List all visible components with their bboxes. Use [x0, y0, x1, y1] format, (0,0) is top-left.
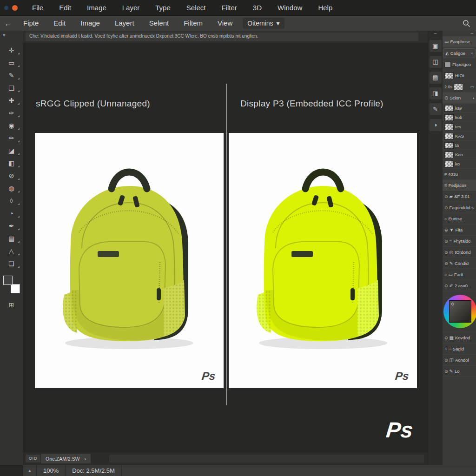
quick-select-tool[interactable]: ❑ — [0, 82, 23, 94]
menu-edit[interactable]: Edit — [51, 4, 79, 12]
menu-window[interactable]: Window — [270, 4, 310, 12]
background-color-swatch[interactable] — [11, 284, 20, 293]
panel-row[interactable]: ⊙◎tOrdond — [443, 247, 476, 258]
panel-row[interactable]: ⊙≡Fhyraldo — [443, 236, 476, 247]
visibility-toggle-icon[interactable]: ⊖ — [444, 261, 448, 266]
oid-chip[interactable]: OID — [26, 455, 40, 463]
panel-row[interactable]: ⊙◫Aondol — [443, 355, 476, 366]
lasso-tool[interactable]: ✎ — [0, 69, 23, 82]
visibility-toggle-icon[interactable]: ⊖ — [444, 228, 448, 232]
panel-row[interactable]: kav — [443, 104, 476, 113]
gradient-tool[interactable]: ◍ — [0, 182, 23, 195]
photo-srgb[interactable]: Ps — [35, 133, 224, 388]
adjustments-panel-icon[interactable]: ◨ — [430, 87, 442, 99]
visibility-toggle-icon[interactable]: ⊙ — [444, 250, 448, 255]
layer-thumbnail[interactable] — [444, 73, 454, 79]
healing-tool[interactable]: ◉ — [0, 119, 23, 132]
panel-row[interactable]: ta — [443, 141, 476, 150]
visibility-toggle-icon[interactable]: ⊙ — [444, 194, 448, 199]
menu-select[interactable]: Select — [178, 4, 214, 12]
panel-row[interactable]: ◭Caligoe+ — [443, 48, 476, 58]
panel-row[interactable]: ⊙Sclon▪ — [443, 93, 476, 104]
panel-row[interactable]: ◔∷Sagid — [443, 344, 476, 355]
options-dropdown[interactable]: Oitemins ▾ — [243, 18, 284, 29]
layer-thumbnail[interactable] — [444, 142, 454, 149]
visibility-toggle-icon[interactable]: ○ — [444, 217, 447, 221]
collapse-panel-icon[interactable]: – — [443, 31, 476, 36]
visibility-toggle-icon[interactable]: ⊖ — [444, 284, 448, 288]
pen-tool[interactable]: ✒ — [0, 220, 23, 232]
layers-panel-icon[interactable]: ▣ — [430, 40, 442, 52]
panel-row[interactable]: ⊖▦Kovdod — [443, 332, 476, 344]
menu-3d[interactable]: 3D — [245, 4, 270, 12]
visibility-toggle-icon[interactable]: ⊖ — [444, 336, 448, 340]
panel-row[interactable]: ⊙Fagonddid s — [443, 202, 476, 213]
layer-thumbnail[interactable] — [444, 133, 454, 139]
optionsbar-filtem[interactable]: Filtem — [176, 19, 210, 27]
window-dot-orange[interactable] — [12, 5, 18, 11]
eyedropper-tool[interactable]: ✑ — [0, 107, 23, 119]
foreground-color-swatch[interactable] — [3, 276, 13, 285]
panel-row[interactable]: Kao — [443, 150, 476, 159]
panel-row[interactable]: ⊖✎Condid — [443, 258, 476, 269]
optionsbar-image[interactable]: Image — [73, 19, 107, 27]
visibility-toggle-icon[interactable]: ⊙ — [444, 205, 448, 210]
panel-row[interactable]: 2.0s▭ — [443, 81, 476, 93]
marquee-tool[interactable]: ▭ — [0, 57, 23, 69]
panel-row[interactable]: ko — [443, 159, 476, 169]
panel-row[interactable]: HIOt — [443, 70, 476, 81]
edit-toolbar-button[interactable]: ⊞ — [0, 299, 23, 311]
menu-file[interactable]: File — [24, 4, 51, 12]
optionsbar-view[interactable]: View — [210, 19, 240, 27]
adjustments-header[interactable]: ≡ Fedjacos — [443, 180, 476, 191]
hand-tool[interactable]: ❏ — [0, 258, 23, 270]
shape-tool[interactable]: △ — [0, 245, 23, 258]
optionsbar-fipte[interactable]: Fipte — [16, 19, 46, 27]
stamp-tool[interactable]: ◪ — [0, 145, 23, 157]
menu-filter[interactable]: Filter — [214, 4, 245, 12]
layer-thumbnail[interactable] — [444, 105, 454, 112]
dodge-tool[interactable]: ◔ — [0, 207, 23, 220]
brush-tool[interactable]: ✏ — [0, 132, 23, 145]
visibility-toggle-icon[interactable]: ⊙ — [444, 358, 448, 363]
visibility-toggle-icon[interactable]: ◔ — [444, 347, 447, 351]
toolbar-menu-icon[interactable]: ≡ — [3, 33, 23, 38]
layer-thumbnail[interactable] — [444, 161, 454, 167]
optionsbar-layert[interactable]: Layert — [107, 19, 142, 27]
move-tool[interactable]: ✛ — [0, 44, 23, 57]
color-swatches[interactable] — [3, 276, 20, 293]
panel-row[interactable]: Fbpotgoo — [443, 59, 476, 70]
panel-row[interactable]: ⊙▰&F 3:01 — [443, 191, 476, 202]
visibility-toggle-icon[interactable]: ○ — [444, 272, 447, 277]
menu-layer[interactable]: Layer — [114, 4, 148, 12]
panel-row[interactable]: ○Eurtise — [443, 213, 476, 225]
panel-row[interactable]: kob — [443, 113, 476, 122]
back-arrow-icon[interactable]: ← — [0, 20, 16, 27]
optionsbar-edit[interactable]: Edit — [46, 19, 73, 27]
document-tab[interactable]: One.ZAM/2.SW › — [41, 454, 91, 463]
panel-row[interactable]: ○▭Fartt — [443, 269, 476, 280]
collapse-rail-icon[interactable]: – — [428, 31, 443, 36]
layer-thumbnail[interactable] — [454, 84, 463, 90]
window-dot-blue[interactable] — [4, 6, 8, 10]
layer-thumbnail[interactable] — [444, 152, 454, 158]
eraser-tool[interactable]: ⊘ — [0, 170, 23, 182]
color-swatch[interactable] — [444, 62, 451, 67]
type-tool[interactable]: ▤ — [0, 232, 23, 245]
panel-row-hex[interactable]: # 403u — [443, 169, 476, 180]
history-brush-tool[interactable]: ◧ — [0, 157, 23, 170]
menu-type[interactable]: Type — [147, 4, 178, 12]
channels-panel-icon[interactable]: ◫ — [430, 56, 442, 68]
visibility-toggle-icon[interactable]: ⊙ — [444, 239, 448, 244]
blur-tool[interactable]: ◊ — [0, 195, 23, 207]
panel-row-trailing-icon[interactable]: ▭ — [470, 85, 474, 89]
zoom-level[interactable]: 100% — [37, 465, 66, 476]
panel-row[interactable]: ⊙✎Lo — [443, 366, 476, 377]
status-expand-icon[interactable]: ▲ — [23, 465, 37, 476]
optionsbar-selent[interactable]: Selent — [142, 19, 177, 27]
panel-row[interactable]: KAS — [443, 132, 476, 141]
panel-row[interactable]: tes — [443, 122, 476, 132]
panel-row[interactable]: ⊖▼Fita — [443, 225, 476, 236]
layer-thumbnail[interactable] — [444, 114, 454, 121]
search-icon[interactable] — [463, 20, 470, 27]
